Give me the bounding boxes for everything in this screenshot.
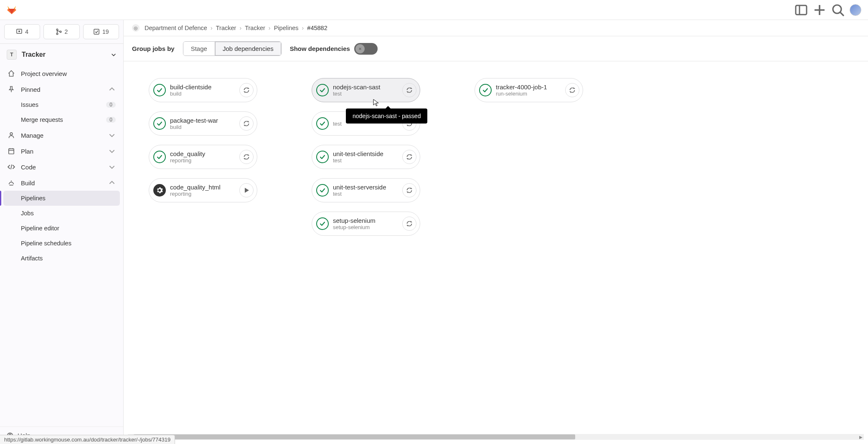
stats-row: 4 2 19 [0, 20, 123, 44]
group-avatar-icon: ◎ [132, 24, 140, 32]
code-icon [8, 163, 15, 171]
job-name: build-clientside [170, 83, 239, 91]
job-tooltip: nodejs-scan-sast - passed [346, 108, 427, 124]
status-passed-icon [153, 117, 166, 130]
job-stage: test [333, 91, 402, 97]
breadcrumb[interactable]: Department of Defence [145, 25, 207, 31]
status-passed-icon [153, 151, 166, 163]
chevron-right-icon: › [269, 25, 271, 31]
chevron-right-icon: › [211, 25, 213, 31]
retry-button[interactable] [239, 83, 254, 97]
play-button[interactable] [239, 183, 254, 197]
gitlab-logo[interactable] [7, 5, 17, 15]
job-stage: run-selenium [496, 91, 565, 97]
job-name: unit-test-clientside [333, 150, 402, 157]
nav-pinned-merge-requests[interactable]: Merge requests 0 [3, 112, 120, 127]
job-pill[interactable]: tracker-4000-job-1run-selenium [475, 78, 583, 102]
nav-build-pipelines[interactable]: Pipelines [3, 191, 120, 206]
show-deps-toggle[interactable] [354, 43, 378, 55]
job-pill[interactable]: nodejs-scan-sasttest [312, 78, 420, 102]
pin-icon [8, 86, 15, 93]
retry-button[interactable] [239, 150, 254, 164]
seg-job-dependencies[interactable]: Job dependencies [215, 42, 281, 56]
job-pill[interactable]: unit-test-serversidetest [312, 178, 420, 202]
plan-icon [8, 147, 15, 155]
status-manual-icon [153, 184, 166, 197]
job-stage: reporting [170, 191, 239, 197]
status-passed-icon [316, 117, 329, 130]
nav-build-artifacts[interactable]: Artifacts [3, 251, 120, 266]
search-icon[interactable] [831, 3, 845, 17]
breadcrumb[interactable]: Tracker [245, 25, 265, 31]
job-stage: build [170, 91, 239, 97]
project-badge: T [7, 50, 17, 60]
status-bar-url: https://gitlab.workingmouse.com.au/dod/t… [0, 435, 175, 444]
nav-pinned-issues[interactable]: Issues 0 [3, 97, 120, 112]
stat-merge-requests[interactable]: 2 [43, 24, 79, 39]
nav-build-jobs[interactable]: Jobs [3, 206, 120, 221]
breadcrumb[interactable]: Pipelines [274, 25, 299, 31]
stat-todos[interactable]: 19 [83, 24, 119, 39]
user-avatar[interactable] [850, 4, 861, 16]
retry-button[interactable] [565, 83, 579, 97]
status-passed-icon [316, 84, 329, 96]
nav-build-pipeline-schedules[interactable]: Pipeline schedules [3, 236, 120, 251]
job-column: tracker-4000-job-1run-selenium [475, 78, 583, 102]
retry-button[interactable] [402, 217, 416, 231]
nav-plan[interactable]: Plan [3, 143, 120, 159]
nav-pinned[interactable]: Pinned [3, 81, 120, 97]
retry-button[interactable] [402, 150, 416, 164]
retry-button[interactable] [402, 83, 416, 97]
job-pill[interactable]: code_quality_htmlreporting [149, 178, 257, 202]
job-name: nodejs-scan-sast [333, 83, 402, 91]
horizontal-scrollbar[interactable]: ◀ ▶ [128, 434, 864, 440]
toggle-knob [355, 44, 365, 53]
group-by-segmented: Stage Job dependencies [183, 41, 282, 56]
scrollbar-thumb[interactable] [134, 434, 575, 439]
job-column: build-clientsidebuildpackage-test-warbui… [149, 78, 257, 202]
stat-issues[interactable]: 4 [4, 24, 40, 39]
manage-icon [8, 131, 15, 139]
sidebar-toggle-icon[interactable] [794, 3, 808, 17]
job-pill[interactable]: package-test-warbuild [149, 111, 257, 136]
chevron-right-icon: › [302, 25, 304, 31]
project-name: Tracker [22, 51, 106, 58]
nav-build[interactable]: Build [3, 175, 120, 191]
job-text: code_quality_htmlreporting [170, 184, 239, 197]
sidebar: 4 2 19 T Tracker Project overview Pinned… [0, 20, 124, 444]
job-pill[interactable]: unit-test-clientsidetest [312, 145, 420, 169]
job-text: setup-seleniumsetup-selenium [333, 217, 402, 230]
chevron-down-icon [111, 52, 117, 58]
main: ◎ Department of Defence › Tracker › Trac… [124, 20, 868, 444]
job-name: setup-selenium [333, 217, 402, 224]
nav-project-overview[interactable]: Project overview [3, 66, 120, 81]
job-text: nodejs-scan-sasttest [333, 83, 402, 97]
status-passed-icon [316, 184, 329, 197]
job-name: package-test-war [170, 117, 239, 124]
job-text: tracker-4000-job-1run-selenium [496, 83, 565, 97]
job-pill[interactable]: code_qualityreporting [149, 145, 257, 169]
job-text: code_qualityreporting [170, 150, 239, 164]
breadcrumbs: ◎ Department of Defence › Tracker › Trac… [124, 20, 868, 36]
pipeline-graph[interactable]: build-clientsidebuildpackage-test-warbui… [124, 61, 868, 444]
nav-code[interactable]: Code [3, 159, 120, 175]
job-text: unit-test-serversidetest [333, 184, 402, 197]
retry-button[interactable] [239, 116, 254, 131]
chevron-down-icon [108, 131, 116, 139]
seg-stage[interactable]: Stage [183, 42, 215, 56]
nav: Project overview Pinned Issues 0 Merge r… [0, 66, 123, 426]
retry-button[interactable] [402, 183, 416, 197]
job-stage: test [333, 191, 402, 197]
job-text: unit-test-clientsidetest [333, 150, 402, 164]
job-pill[interactable]: build-clientsidebuild [149, 78, 257, 102]
show-deps-label: Show dependencies [290, 45, 350, 52]
plus-icon[interactable] [813, 3, 826, 17]
nav-manage[interactable]: Manage [3, 127, 120, 143]
breadcrumb[interactable]: Tracker [216, 25, 236, 31]
job-stage: build [170, 124, 239, 130]
nav-build-pipeline-editor[interactable]: Pipeline editor [3, 221, 120, 236]
scroll-right-arrow[interactable]: ▶ [858, 434, 864, 440]
project-switcher[interactable]: T Tracker [0, 44, 123, 66]
job-stage: reporting [170, 157, 239, 164]
job-pill[interactable]: setup-seleniumsetup-selenium [312, 212, 420, 236]
